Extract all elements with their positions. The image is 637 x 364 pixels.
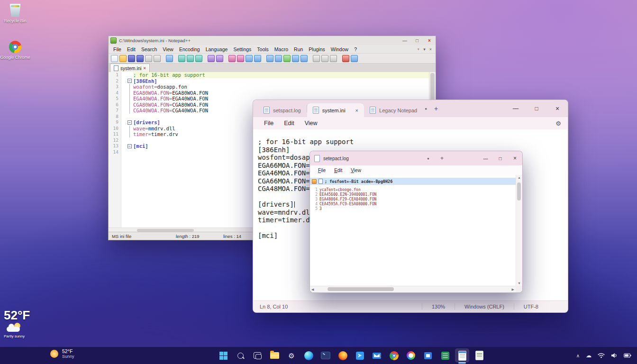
copy-icon[interactable] [187, 55, 194, 62]
menu-view[interactable]: View [346, 168, 365, 173]
indent-guides-icon[interactable] [300, 55, 308, 62]
tab-close-icon[interactable]: × [355, 108, 358, 113]
tray-overflow-button[interactable]: ∧ [576, 353, 580, 358]
open-file-icon[interactable] [119, 55, 127, 62]
zoom-in-icon[interactable] [246, 55, 253, 62]
menu-view[interactable]: View [160, 46, 176, 52]
save-icon[interactable] [128, 55, 135, 62]
edge-button[interactable] [301, 348, 316, 363]
scroll-up-icon[interactable]: ▲ [518, 176, 521, 179]
encoding[interactable]: UTF-8 [514, 304, 548, 309]
close-button[interactable]: × [508, 151, 522, 165]
zoom-level[interactable]: 130% [422, 304, 455, 309]
tab-list-icon[interactable]: ▾ [423, 47, 426, 52]
close-button[interactable]: × [547, 100, 568, 117]
new-tab-button[interactable]: + [430, 102, 442, 115]
fold-marker[interactable]: − [127, 120, 132, 125]
word-wrap-icon[interactable] [283, 55, 291, 62]
tab-system-ini[interactable]: system.ini × [307, 103, 364, 117]
start-button[interactable] [216, 348, 230, 363]
new-tab-icon[interactable]: + [417, 47, 419, 52]
store-button[interactable] [421, 348, 435, 363]
menu-settings[interactable]: Settings [230, 46, 254, 52]
vscode-button[interactable] [353, 348, 367, 363]
undo-icon[interactable] [208, 55, 215, 62]
minimize-button[interactable]: — [505, 100, 526, 117]
notepad-button[interactable] [455, 348, 469, 363]
menu-edit[interactable]: Edit [279, 118, 300, 128]
firefox-button[interactable] [336, 348, 350, 363]
menu-file[interactable]: File [259, 118, 279, 128]
find-icon[interactable] [228, 55, 236, 62]
macro-play-icon[interactable] [351, 55, 358, 62]
zoom-out-icon[interactable] [254, 55, 261, 62]
file-explorer-button[interactable] [267, 348, 282, 363]
settings-button[interactable]: ⚙ [284, 348, 299, 363]
mini-titlebar[interactable]: setepact.log ● + — □ × [310, 151, 522, 165]
function-list-icon[interactable] [313, 55, 320, 62]
save-all-icon[interactable] [136, 55, 144, 62]
tab-system-ini[interactable]: system.ini × [110, 64, 150, 73]
menu-window[interactable]: Window [328, 46, 351, 52]
terminal-button[interactable] [318, 348, 333, 363]
sync-vertical-icon[interactable] [266, 55, 273, 62]
redo-icon[interactable] [216, 55, 223, 62]
sticky-notes-button[interactable] [472, 348, 486, 363]
tab-legacy-notepad[interactable]: Legacy Notepad [364, 103, 423, 117]
battery-icon[interactable] [624, 353, 631, 358]
menu-file[interactable]: File [110, 46, 124, 52]
document-list-icon[interactable] [330, 55, 337, 62]
close-tab-icon[interactable]: × [429, 47, 432, 52]
scroll-left-icon[interactable]: ◀ [311, 288, 314, 291]
menu-language[interactable]: Language [203, 46, 231, 52]
menu-run[interactable]: Run [291, 46, 306, 52]
chrome-button[interactable] [387, 348, 401, 363]
onedrive-cloud-icon[interactable]: ☁ [586, 352, 592, 359]
menu-file[interactable]: File [314, 168, 330, 173]
scroll-right-icon[interactable]: ▶ [512, 288, 514, 291]
sync-horizontal-icon[interactable] [275, 55, 282, 62]
menu-view[interactable]: View [300, 118, 323, 128]
notepadpp-titlebar[interactable]: C:\Windows\system.ini - Notepad++ — □ × [109, 36, 436, 45]
tab-close-icon[interactable]: × [143, 66, 146, 71]
new-file-icon[interactable] [111, 55, 118, 62]
desktop-icon-chrome[interactable]: Google Chrome [0, 41, 30, 60]
menu-macro[interactable]: Macro [272, 46, 291, 52]
scrollbar-thumb[interactable] [517, 182, 521, 200]
maximize-button[interactable]: □ [411, 36, 423, 45]
close-file-icon[interactable] [145, 55, 152, 62]
minimize-button[interactable]: — [399, 36, 411, 45]
taskbar-weather[interactable]: 52°F Sunny [50, 348, 74, 359]
menu-edit[interactable]: Edit [330, 168, 346, 173]
print-icon[interactable] [166, 55, 173, 62]
menu-edit[interactable]: Edit [124, 46, 138, 52]
line-ending[interactable]: Windows (CRLF) [455, 304, 514, 309]
document-map-icon[interactable] [321, 55, 328, 62]
new-tab-button[interactable]: + [440, 155, 444, 162]
menu-search[interactable]: Search [138, 46, 160, 52]
paste-icon[interactable] [195, 55, 202, 62]
desktop-icon-recycle-bin[interactable]: Recycle Bin [0, 4, 30, 23]
photos-button[interactable] [404, 348, 418, 363]
cut-icon[interactable] [178, 55, 185, 62]
show-symbols-icon[interactable] [292, 55, 299, 62]
settings-gear-icon[interactable]: ⚙ [555, 120, 561, 127]
fold-marker[interactable]: − [127, 144, 132, 148]
minimize-button[interactable]: — [478, 151, 493, 165]
weather-widget[interactable]: 52°F Partly sunny [4, 308, 30, 338]
scroll-down-icon[interactable]: ▼ [518, 282, 521, 285]
menu-plugins[interactable]: Plugins [306, 46, 328, 52]
notepad-titlebar[interactable]: setspact.log system.ini × Legacy Notepad… [253, 100, 568, 117]
replace-icon[interactable] [237, 55, 244, 62]
scrollbar-thumb[interactable] [328, 287, 394, 291]
mini-text-area[interactable]: ; fosfont=-Bit acde=-Bpg0H26 1ycaTent=cb… [310, 175, 516, 286]
office-button[interactable] [438, 348, 452, 363]
maximize-button[interactable]: □ [526, 100, 547, 117]
search-button[interactable] [233, 348, 247, 363]
menu-help[interactable]: ? [351, 46, 360, 52]
menu-encoding[interactable]: Encoding [176, 46, 203, 52]
maximize-button[interactable]: □ [493, 151, 508, 165]
tab-setspact-log[interactable]: setspact.log [258, 103, 307, 117]
close-button[interactable]: × [423, 36, 436, 45]
scrollbar-thumb[interactable] [137, 229, 194, 232]
